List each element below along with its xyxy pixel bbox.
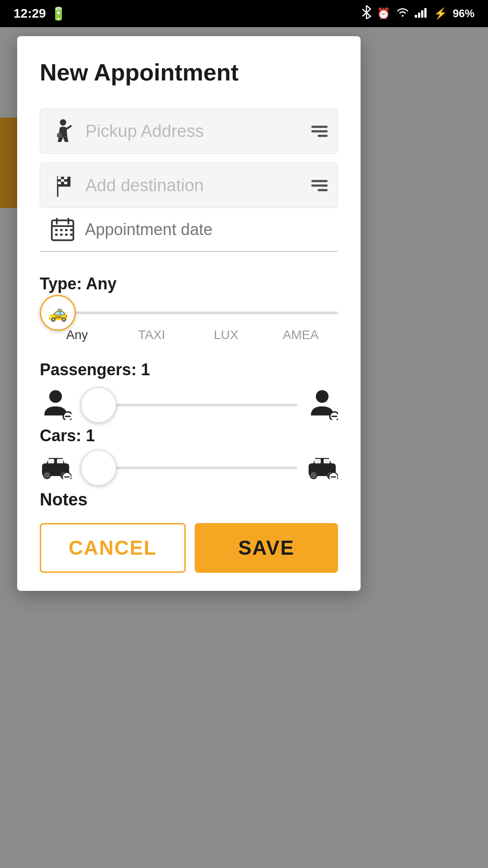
type-slider-container: 🚕 — [40, 302, 338, 323]
svg-rect-20 — [65, 229, 68, 231]
new-appointment-dialog: New Appointment Pickup Address — [17, 36, 361, 591]
svg-rect-10 — [64, 176, 67, 179]
status-bar: 12:29 🔋 ⏰ ⚡ 96% — [0, 0, 488, 27]
type-option-taxi: TAXI — [114, 328, 189, 342]
svg-point-29 — [316, 390, 328, 403]
svg-rect-33 — [48, 459, 54, 463]
svg-rect-9 — [57, 176, 61, 179]
type-slider-thumb[interactable]: 🚕 — [40, 295, 76, 331]
cars-label: Cars: 1 — [40, 426, 338, 445]
svg-point-35 — [43, 472, 51, 479]
type-option-lux: LUX — [189, 328, 263, 342]
charging-icon: ⚡ — [434, 7, 447, 20]
wifi-icon — [396, 7, 409, 20]
svg-rect-25 — [70, 234, 73, 236]
svg-point-26 — [49, 390, 62, 403]
svg-rect-19 — [60, 229, 63, 231]
cars-slider-row — [40, 454, 338, 481]
svg-rect-11 — [61, 179, 64, 182]
type-slider-track[interactable]: 🚕 — [40, 311, 338, 314]
type-slider-row: 🚕 — [40, 302, 338, 323]
svg-rect-21 — [70, 229, 73, 231]
destination-icon-wrap — [40, 173, 85, 198]
save-button[interactable]: SAVE — [195, 523, 338, 573]
battery-icon: 🔋 — [51, 6, 66, 21]
svg-rect-34 — [57, 459, 63, 463]
svg-point-42 — [310, 472, 317, 479]
pickup-person-icon — [51, 119, 75, 144]
pickup-menu-icon — [301, 126, 338, 137]
svg-rect-2 — [421, 10, 423, 18]
svg-rect-13 — [64, 181, 67, 184]
svg-rect-23 — [60, 234, 63, 236]
cars-slider-container — [80, 458, 297, 478]
svg-rect-40 — [314, 459, 321, 463]
cars-left-icon — [40, 454, 71, 481]
date-row[interactable] — [40, 217, 338, 252]
type-label: Type: Any — [40, 274, 338, 293]
alarm-icon: ⏰ — [377, 7, 390, 20]
destination-menu-icon — [301, 180, 338, 191]
pickup-address-row[interactable]: Pickup Address — [40, 108, 338, 154]
passengers-slider-row — [40, 388, 338, 422]
calendar-icon — [50, 217, 75, 242]
destination-text: Add destination — [85, 176, 301, 195]
svg-rect-3 — [424, 8, 427, 18]
passengers-right-icon — [306, 388, 338, 422]
svg-rect-0 — [415, 15, 417, 18]
type-slider-labels: Any TAXI LUX AMEA — [40, 328, 338, 342]
cars-right-icon — [306, 454, 338, 481]
cars-slider-track[interactable] — [80, 467, 297, 469]
svg-rect-12 — [57, 181, 61, 184]
signal-icon — [415, 7, 428, 20]
svg-rect-18 — [55, 229, 58, 231]
appointment-date-input[interactable] — [85, 220, 338, 239]
destination-flag-icon — [51, 173, 75, 198]
dialog-title: New Appointment — [40, 59, 338, 86]
svg-rect-22 — [55, 234, 58, 236]
pickup-icon-wrap — [40, 119, 85, 144]
pickup-address-text: Pickup Address — [85, 122, 301, 141]
svg-point-44 — [329, 472, 338, 479]
battery-percent: 96% — [453, 7, 474, 20]
destination-row[interactable]: Add destination — [40, 163, 338, 208]
svg-rect-41 — [324, 459, 330, 463]
taxi-thumb-icon: 🚕 — [48, 303, 68, 322]
cancel-button[interactable]: CANCEL — [40, 523, 186, 573]
svg-rect-1 — [418, 13, 420, 18]
svg-point-4 — [60, 119, 66, 125]
svg-rect-24 — [65, 234, 68, 236]
status-time: 12:29 — [14, 6, 46, 21]
passengers-left-icon — [40, 388, 71, 422]
type-option-any: Any — [40, 328, 114, 342]
passengers-slider-container — [80, 395, 297, 415]
calendar-icon-wrap — [40, 217, 85, 242]
passengers-label: Passengers: 1 — [40, 360, 338, 379]
passengers-slider-track[interactable] — [80, 404, 297, 406]
cars-slider-thumb[interactable] — [80, 450, 117, 486]
type-option-amea: AMEA — [263, 328, 338, 342]
svg-point-37 — [62, 472, 71, 479]
notes-label: Notes — [40, 490, 338, 509]
bluetooth-icon — [361, 5, 371, 22]
button-row: CANCEL SAVE — [40, 523, 338, 573]
passengers-slider-thumb[interactable] — [80, 387, 117, 423]
